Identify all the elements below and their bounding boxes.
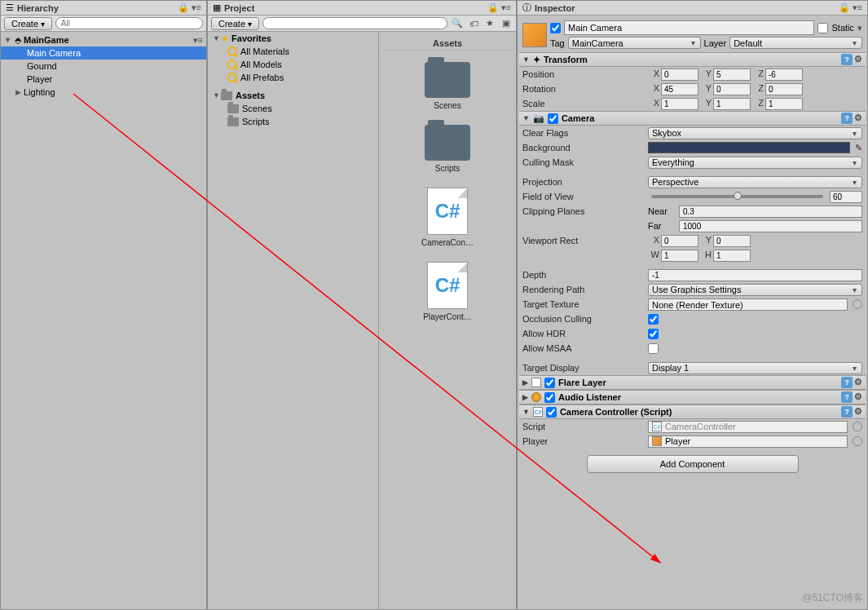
collapse-arrow-icon[interactable]: ▶ [522, 393, 528, 401]
rendering-path-dropdown[interactable]: Use Graphics Settings [648, 284, 862, 296]
tag-dropdown[interactable]: MainCamera [568, 37, 701, 49]
position-y-field[interactable] [713, 69, 751, 81]
camera-controller-header[interactable]: ▼C#Camera Controller (Script)?⚙ [519, 404, 866, 419]
near-field[interactable] [679, 206, 862, 218]
hierarchy-item-main-camera[interactable]: Main Camera [1, 46, 206, 60]
target-texture-field[interactable]: None (Render Texture) [648, 298, 848, 311]
object-picker-icon[interactable] [853, 299, 862, 309]
eyedropper-icon[interactable]: ✎ [855, 143, 862, 153]
rotation-x-field[interactable] [661, 83, 698, 95]
add-component-button[interactable]: Add Component [587, 455, 799, 473]
asset-scenes-folder[interactable]: Scenes [415, 62, 480, 110]
folder-scenes[interactable]: Scenes [208, 102, 378, 115]
expand-arrow-icon[interactable]: ▼ [4, 36, 12, 44]
hierarchy-tab[interactable]: ☰ Hierarchy 🔒 ▾≡ [1, 1, 206, 15]
msaa-checkbox[interactable] [648, 343, 659, 354]
assets-breadcrumb[interactable]: Assets [384, 37, 511, 51]
target-display-dropdown[interactable]: Display 1 [648, 362, 862, 374]
viewport-w-field[interactable] [661, 250, 698, 262]
collapse-arrow-icon[interactable]: ▼ [522, 55, 530, 64]
active-checkbox[interactable] [550, 23, 561, 33]
gear-icon[interactable]: ⚙ [854, 377, 862, 388]
asset-playercontroller-script[interactable]: C#PlayerCont… [415, 262, 480, 321]
rotation-y-field[interactable] [713, 83, 751, 95]
save-icon[interactable]: ▣ [500, 17, 513, 30]
favorites-header[interactable]: ▼★ Favorites [208, 32, 378, 45]
static-checkbox[interactable] [817, 23, 828, 33]
gear-icon[interactable]: ⚙ [854, 391, 862, 403]
flare-layer-header[interactable]: ▶Flare Layer?⚙ [519, 375, 866, 390]
rotation-z-field[interactable] [765, 83, 803, 95]
label-icon[interactable]: 🏷 [467, 17, 480, 30]
help-icon[interactable]: ? [841, 406, 853, 418]
flare-enable-checkbox[interactable] [544, 378, 555, 388]
background-color-field[interactable] [648, 142, 850, 153]
scale-x-field[interactable] [661, 98, 698, 110]
scene-menu-icon[interactable]: ▾≡ [193, 35, 206, 46]
static-dropdown-icon[interactable]: ▾ [857, 23, 862, 33]
camera-component-header[interactable]: ▼ 📷 Camera ?⚙ [519, 111, 866, 126]
audio-enable-checkbox[interactable] [544, 392, 555, 403]
collapse-arrow-icon[interactable]: ▶ [522, 378, 528, 387]
inspector-tab[interactable]: ⓘ Inspector 🔒 ▾≡ [518, 1, 867, 15]
expand-arrow-icon[interactable]: ▶ [15, 88, 24, 96]
help-icon[interactable]: ? [841, 391, 853, 403]
script-field[interactable]: C#CameraController [648, 421, 848, 433]
help-icon[interactable]: ? [841, 377, 853, 388]
scene-row[interactable]: ▼ ⬘ MainGame ▾≡ [1, 33, 206, 46]
gear-icon[interactable]: ⚙ [854, 406, 862, 418]
viewport-x-field[interactable] [661, 235, 698, 247]
culling-mask-dropdown[interactable]: Everything [648, 157, 862, 169]
gear-icon[interactable]: ⚙ [854, 54, 862, 65]
gear-icon[interactable]: ⚙ [854, 113, 862, 124]
camera-enable-checkbox[interactable] [548, 113, 558, 124]
script-enable-checkbox[interactable] [546, 407, 557, 418]
fov-field[interactable] [830, 191, 862, 203]
hierarchy-search[interactable] [55, 17, 203, 29]
viewport-h-field[interactable] [713, 250, 751, 262]
create-button[interactable]: Create ▾ [211, 17, 259, 30]
object-picker-icon[interactable] [853, 436, 862, 446]
project-search[interactable] [262, 17, 447, 29]
help-icon[interactable]: ? [841, 54, 853, 65]
collapse-arrow-icon[interactable]: ▼ [522, 408, 530, 416]
occlusion-checkbox[interactable] [648, 314, 659, 325]
collapse-arrow-icon[interactable]: ▼ [522, 114, 530, 122]
hdr-checkbox[interactable] [648, 329, 659, 339]
project-tab[interactable]: ▦ Project 🔒 ▾≡ [208, 1, 516, 15]
panel-lock-icon[interactable]: 🔒 ▾≡ [178, 2, 201, 13]
create-button[interactable]: Create ▾ [4, 17, 52, 30]
position-z-field[interactable] [765, 69, 803, 81]
asset-scripts-folder[interactable]: Scripts [415, 125, 480, 173]
object-name-field[interactable] [564, 20, 814, 35]
hierarchy-item-player[interactable]: Player [1, 73, 206, 86]
panel-lock-icon[interactable]: 🔒 ▾≡ [487, 2, 511, 13]
scale-y-field[interactable] [713, 98, 751, 110]
star-icon[interactable]: ★ [483, 17, 496, 30]
audio-listener-header[interactable]: ▶Audio Listener?⚙ [519, 390, 866, 404]
fav-all-models[interactable]: All Models [208, 58, 378, 71]
scale-z-field[interactable] [765, 98, 803, 110]
fov-slider[interactable] [651, 195, 823, 198]
filter-icon[interactable]: 🔍 [451, 17, 464, 30]
player-field[interactable]: Player [648, 435, 848, 448]
transform-component-header[interactable]: ▼ ✦ Transform ?⚙ [519, 52, 866, 67]
help-icon[interactable]: ? [841, 113, 853, 124]
assets-header[interactable]: ▼Assets [208, 89, 378, 102]
gameobject-icon[interactable] [522, 23, 547, 47]
layer-dropdown[interactable]: Default [729, 37, 862, 49]
projection-dropdown[interactable]: Perspective [648, 176, 862, 188]
fav-all-materials[interactable]: All Materials [208, 45, 378, 58]
hierarchy-item-ground[interactable]: Gournd [1, 60, 206, 73]
folder-scripts[interactable]: Scripts [208, 115, 378, 128]
viewport-y-field[interactable] [713, 235, 751, 247]
far-field[interactable] [679, 220, 862, 232]
asset-cameracontroller-script[interactable]: C#CameraCon… [415, 188, 480, 247]
panel-lock-icon[interactable]: 🔒 ▾≡ [839, 2, 862, 13]
object-picker-icon[interactable] [853, 422, 862, 431]
hierarchy-item-lighting[interactable]: ▶Lighting [1, 86, 206, 99]
fav-all-prefabs[interactable]: All Prefabs [208, 71, 378, 84]
depth-field[interactable] [648, 269, 862, 281]
clear-flags-dropdown[interactable]: Skybox [648, 127, 862, 139]
position-x-field[interactable] [661, 69, 698, 81]
